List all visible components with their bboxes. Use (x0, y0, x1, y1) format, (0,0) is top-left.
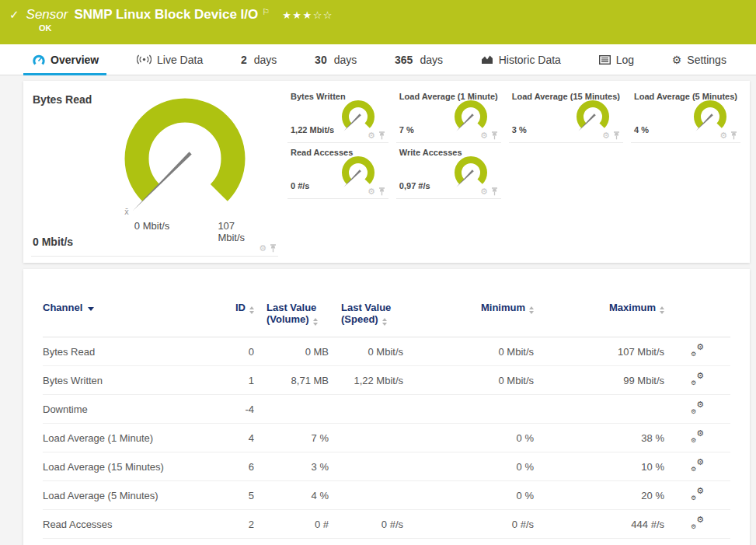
sort-icon (660, 306, 664, 314)
page-title: SNMP Linux Block Device I/O (74, 7, 258, 23)
channel-name: Bytes Read (43, 337, 198, 366)
minimum-value (403, 395, 534, 424)
gauge-card-bytes-written: Bytes Written 1,22 Mbit/s ⚙ (287, 87, 388, 143)
gauge-card-bytes-read: Bytes Read x̄ 0 Mbit/s 107 Mbit/s 0 Mbit… (31, 87, 278, 257)
tab-settings[interactable]: ⚙ Settings (672, 44, 726, 75)
tab-overview[interactable]: Overview (33, 44, 99, 75)
gauges-panel: Bytes Read x̄ 0 Mbit/s 107 Mbit/s 0 Mbit… (23, 81, 750, 263)
column-header-last-value-speed[interactable]: Last Value (Speed) (329, 281, 403, 337)
last-value-volume: 3 % (254, 452, 329, 481)
gauge-pin-icon[interactable] (491, 187, 498, 196)
mini-gauge-arc (337, 152, 379, 191)
gauge-current-value: 4 % (634, 125, 649, 135)
sort-icon (529, 306, 534, 314)
mini-gauges-grid: Bytes Written 1,22 Mbit/s ⚙ Load Average… (287, 87, 740, 263)
gauge-settings-gear-icon[interactable]: ⚙ (368, 131, 375, 140)
maximum-value: 38 % (534, 424, 664, 452)
tab-365-days[interactable]: 365 days (395, 44, 443, 75)
historic-data-chart-icon (481, 54, 493, 65)
column-header-id[interactable]: ID (198, 281, 254, 337)
gauge-pin-icon[interactable] (491, 131, 498, 140)
maximum-value: 285 #/s (534, 539, 664, 545)
edit-channel-gears-icon[interactable]: ⚙⚙ (691, 459, 704, 471)
channel-id: -4 (198, 395, 254, 424)
maximum-value: 99 Mbit/s (534, 366, 664, 395)
channel-id: 6 (198, 452, 254, 481)
settings-gear-icon: ⚙ (672, 54, 682, 66)
edit-channel-gears-icon[interactable]: ⚙⚙ (691, 344, 704, 356)
last-value-speed (329, 481, 403, 510)
tab-365-days-number: 365 (395, 54, 413, 66)
edit-channel-gears-icon[interactable]: ⚙⚙ (691, 488, 704, 500)
gauge-settings-gear-icon[interactable]: ⚙ (480, 131, 488, 140)
gauge-scale-min: 0 Mbit/s (134, 220, 170, 232)
gauge-settings-gear-icon[interactable]: ⚙ (602, 131, 610, 140)
minimum-value: 0 Mbit/s (403, 366, 534, 395)
tab-historic-data[interactable]: Historic Data (481, 44, 561, 75)
channel-id: 4 (198, 424, 254, 452)
column-header-edit (664, 281, 730, 337)
sensor-header: ✓ Sensor SNMP Linux Block Device I/O ⚐ ★… (0, 0, 756, 44)
tab-live-data-label: Live Data (157, 54, 203, 66)
last-value-volume: 7 % (254, 424, 329, 452)
tab-log[interactable]: Log (599, 44, 634, 75)
gauge-current-value: 7 % (399, 125, 414, 135)
priority-stars[interactable]: ★★★☆☆ (282, 9, 333, 21)
minimum-value: 0 % (403, 481, 534, 510)
edit-channel-gears-icon[interactable]: ⚙⚙ (691, 431, 704, 442)
gauge-settings-gear-icon[interactable]: ⚙ (259, 244, 267, 253)
gauge-pin-icon[interactable] (730, 131, 737, 140)
edit-channel-gears-icon[interactable]: ⚙⚙ (691, 402, 704, 414)
tab-30-days[interactable]: 30 days (315, 44, 357, 75)
gauge-pin-icon[interactable] (378, 187, 385, 196)
table-row-load-average-1min: Load Average (1 Minute) 4 7 % 0 % 38 % ⚙… (43, 424, 730, 452)
column-header-channel[interactable]: Channel (43, 281, 198, 337)
gauge-settings-gear-icon[interactable]: ⚙ (368, 187, 375, 196)
column-header-minimum[interactable]: Minimum (403, 281, 534, 337)
tab-historic-data-label: Historic Data (499, 54, 561, 66)
channel-id: 1 (198, 366, 254, 395)
channel-id: 3 (198, 539, 254, 545)
tab-live-data[interactable]: Live Data (137, 44, 203, 75)
last-value-volume: 4 % (254, 481, 329, 510)
gauge-current-value: 0 Mbit/s (33, 236, 73, 248)
gauge-card-load-average-1min: Load Average (1 Minute) 7 % ⚙ (396, 87, 501, 143)
last-value-speed: 0 #/s (329, 510, 403, 539)
maximum-value: 107 Mbit/s (534, 337, 664, 366)
last-value-speed: 0 Mbit/s (329, 337, 403, 366)
minimum-value: 0 #/s (403, 539, 534, 545)
last-value-volume: 0 # (254, 510, 329, 539)
column-header-maximum[interactable]: Maximum (534, 281, 664, 337)
column-header-last-value-volume[interactable]: Last Value (Volume) (254, 281, 329, 337)
priority-flag-icon[interactable]: ⚐ (262, 7, 270, 17)
tab-2-days[interactable]: 2 days (241, 44, 277, 75)
minimum-value: 0 #/s (403, 510, 534, 539)
maximum-value (534, 395, 664, 424)
mini-gauge-arc (337, 96, 379, 135)
gauge-current-value: 0 #/s (291, 181, 309, 190)
channel-name: Read Accesses (43, 510, 198, 539)
edit-channel-gears-icon[interactable]: ⚙⚙ (691, 517, 704, 529)
sort-icon (313, 318, 318, 326)
channel-id: 2 (198, 510, 254, 539)
last-value-volume: 0 MB (254, 337, 329, 366)
tab-30-days-label: days (334, 54, 357, 66)
last-value-volume: 8,71 MB (254, 366, 329, 395)
minimum-value: 0 Mbit/s (403, 337, 534, 366)
table-row-bytes-read: Bytes Read 0 0 MB 0 Mbit/s 0 Mbit/s 107 … (43, 337, 730, 366)
overview-gauge-icon (33, 54, 45, 65)
stars-filled[interactable]: ★★★ (282, 9, 312, 21)
gauge-settings-gear-icon[interactable]: ⚙ (719, 131, 727, 140)
gauge-pin-icon[interactable] (378, 131, 385, 140)
gauge-card-read-accesses: Read Accesses 0 #/s ⚙ (287, 143, 388, 199)
stars-empty[interactable]: ☆☆ (313, 9, 333, 21)
gauge-pin-icon[interactable] (613, 131, 620, 140)
tab-365-days-label: days (420, 54, 443, 66)
minimum-value: 0 % (403, 452, 534, 481)
edit-channel-gears-icon[interactable]: ⚙⚙ (691, 373, 704, 385)
table-row-bytes-written: Bytes Written 1 8,71 MB 1,22 Mbit/s 0 Mb… (43, 366, 730, 395)
gauge-settings-gear-icon[interactable]: ⚙ (480, 187, 488, 196)
bytes-read-gauge: x̄ 0 Mbit/s 107 Mbit/s (103, 98, 267, 246)
gauge-pin-icon[interactable] (270, 244, 277, 253)
gauge-current-value: 1,22 Mbit/s (291, 125, 334, 135)
